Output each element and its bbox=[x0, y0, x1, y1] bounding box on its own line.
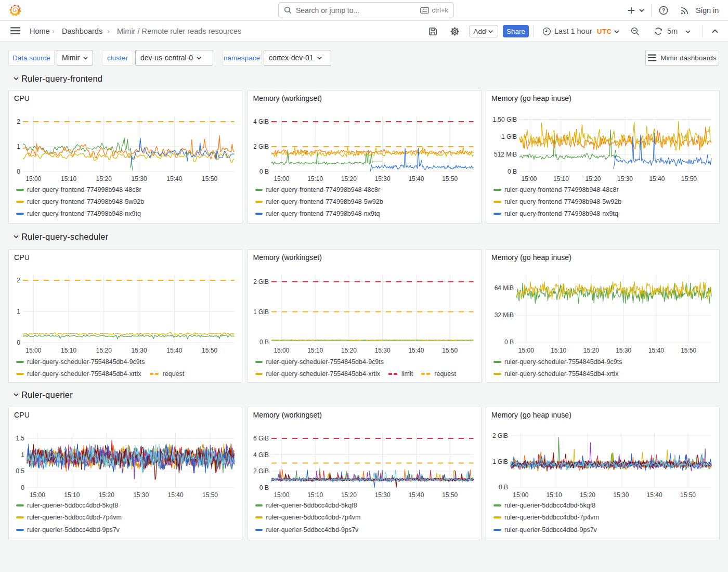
svg-text:15:30: 15:30 bbox=[132, 347, 147, 354]
svg-text:15:50: 15:50 bbox=[202, 491, 218, 499]
svg-text:15:50: 15:50 bbox=[681, 175, 697, 183]
svg-text:?: ? bbox=[662, 8, 665, 14]
svg-text:15:10: 15:10 bbox=[61, 347, 76, 354]
svg-text:2 GiB: 2 GiB bbox=[253, 143, 268, 150]
svg-text:0 B: 0 B bbox=[499, 484, 508, 491]
svg-text:64 MiB: 64 MiB bbox=[495, 284, 514, 292]
svg-text:15:00: 15:00 bbox=[30, 491, 45, 499]
svg-text:15:30: 15:30 bbox=[133, 491, 149, 499]
svg-text:0: 0 bbox=[21, 484, 24, 491]
svg-text:15:20: 15:20 bbox=[96, 175, 112, 183]
svg-text:15:40: 15:40 bbox=[166, 347, 182, 354]
svg-text:15:00: 15:00 bbox=[274, 347, 289, 354]
svg-text:15:50: 15:50 bbox=[202, 175, 217, 183]
svg-text:15:10: 15:10 bbox=[553, 175, 569, 183]
svg-text:2 GiB: 2 GiB bbox=[253, 467, 268, 475]
svg-text:15:00: 15:00 bbox=[25, 175, 41, 183]
svg-text:15:50: 15:50 bbox=[442, 491, 458, 499]
svg-text:15:00: 15:00 bbox=[274, 491, 289, 499]
svg-text:15:10: 15:10 bbox=[64, 491, 80, 499]
svg-text:15:50: 15:50 bbox=[680, 491, 696, 499]
svg-text:1 GiB: 1 GiB bbox=[253, 308, 268, 316]
svg-text:15:20: 15:20 bbox=[580, 491, 595, 499]
svg-text:15:20: 15:20 bbox=[99, 491, 114, 499]
svg-text:4 GiB: 4 GiB bbox=[253, 451, 268, 459]
svg-text:0 B: 0 B bbox=[259, 168, 268, 175]
svg-text:0: 0 bbox=[17, 339, 20, 346]
svg-text:15:20: 15:20 bbox=[585, 175, 601, 183]
svg-text:0.5: 0.5 bbox=[16, 467, 24, 475]
svg-text:15:30: 15:30 bbox=[613, 491, 629, 499]
svg-text:15:30: 15:30 bbox=[616, 347, 631, 354]
svg-text:1.50 GiB: 1.50 GiB bbox=[492, 116, 517, 123]
svg-text:15:40: 15:40 bbox=[166, 175, 182, 183]
svg-text:15:20: 15:20 bbox=[583, 347, 599, 354]
svg-text:15:00: 15:00 bbox=[513, 491, 528, 499]
svg-text:0 B: 0 B bbox=[259, 339, 268, 346]
svg-text:1 GiB: 1 GiB bbox=[501, 133, 517, 140]
svg-text:15:50: 15:50 bbox=[681, 347, 696, 354]
svg-text:6 GiB: 6 GiB bbox=[253, 435, 268, 442]
svg-text:15:10: 15:10 bbox=[547, 491, 562, 499]
svg-text:0 B: 0 B bbox=[259, 484, 268, 491]
svg-text:15:30: 15:30 bbox=[374, 347, 390, 354]
svg-text:1.5: 1.5 bbox=[16, 435, 24, 442]
svg-text:15:20: 15:20 bbox=[341, 175, 356, 183]
svg-text:15:40: 15:40 bbox=[408, 491, 424, 499]
svg-text:15:50: 15:50 bbox=[202, 347, 217, 354]
svg-text:0: 0 bbox=[17, 168, 20, 175]
svg-text:15:50: 15:50 bbox=[442, 347, 458, 354]
svg-text:15:00: 15:00 bbox=[518, 347, 534, 354]
svg-text:2 GiB: 2 GiB bbox=[492, 432, 508, 439]
svg-text:15:20: 15:20 bbox=[341, 491, 356, 499]
svg-text:15:50: 15:50 bbox=[442, 175, 458, 183]
svg-text:15:30: 15:30 bbox=[374, 175, 390, 183]
svg-text:15:40: 15:40 bbox=[649, 175, 665, 183]
svg-text:15:40: 15:40 bbox=[408, 347, 424, 354]
svg-text:15:40: 15:40 bbox=[648, 347, 664, 354]
svg-text:15:30: 15:30 bbox=[374, 491, 390, 499]
svg-text:15:30: 15:30 bbox=[132, 175, 147, 183]
svg-text:4 GiB: 4 GiB bbox=[253, 118, 268, 125]
svg-text:1: 1 bbox=[17, 143, 20, 150]
svg-text:1 GiB: 1 GiB bbox=[492, 458, 508, 465]
svg-text:1: 1 bbox=[17, 308, 20, 315]
svg-text:15:30: 15:30 bbox=[617, 175, 633, 183]
svg-text:512 MiB: 512 MiB bbox=[494, 151, 517, 158]
svg-text:2: 2 bbox=[17, 118, 20, 125]
svg-text:15:00: 15:00 bbox=[25, 347, 41, 354]
svg-text:15:10: 15:10 bbox=[307, 175, 323, 183]
svg-text:15:40: 15:40 bbox=[647, 491, 662, 499]
svg-text:15:10: 15:10 bbox=[61, 175, 76, 183]
svg-text:15:20: 15:20 bbox=[341, 347, 356, 354]
svg-text:15:20: 15:20 bbox=[96, 347, 112, 354]
svg-text:0 B: 0 B bbox=[504, 339, 514, 346]
svg-text:15:00: 15:00 bbox=[521, 175, 537, 183]
svg-text:15:10: 15:10 bbox=[307, 347, 323, 354]
svg-text:2 GiB: 2 GiB bbox=[253, 278, 268, 285]
svg-text:2: 2 bbox=[17, 277, 20, 284]
svg-text:0 B: 0 B bbox=[508, 168, 517, 175]
svg-text:15:40: 15:40 bbox=[168, 491, 184, 499]
svg-text:15:40: 15:40 bbox=[408, 175, 424, 183]
svg-text:1: 1 bbox=[21, 451, 24, 459]
svg-text:15:10: 15:10 bbox=[551, 347, 566, 354]
svg-text:15:10: 15:10 bbox=[307, 491, 323, 499]
svg-text:32 MiB: 32 MiB bbox=[495, 311, 514, 319]
svg-text:15:00: 15:00 bbox=[274, 175, 289, 183]
